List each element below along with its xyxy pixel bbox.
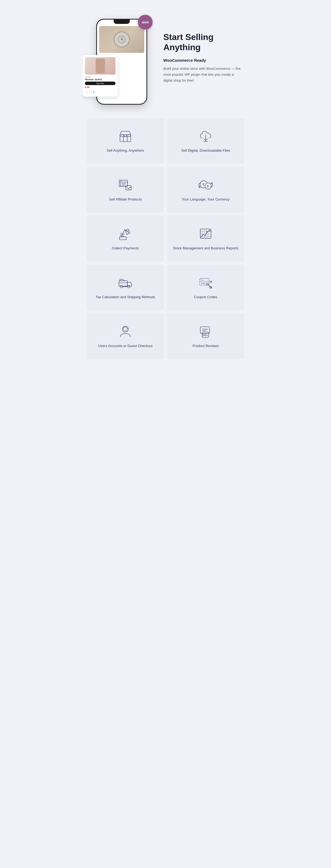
- svg-rect-15: [126, 185, 131, 190]
- svg-point-33: [120, 285, 123, 288]
- svg-point-47: [123, 329, 124, 330]
- product-price: 8.00: [85, 86, 115, 89]
- svg-point-11: [120, 183, 121, 184]
- svg-point-31: [209, 230, 210, 231]
- hero-subtitle: WooCommerce Ready: [163, 58, 243, 63]
- feature-card-coupon-codes: % SALE Coupon Codes: [167, 265, 244, 310]
- cart-icon[interactable]: ⊕: [91, 90, 96, 94]
- phone-product-image: [99, 26, 144, 53]
- phone-notch: [114, 20, 130, 24]
- feature-card-collect-payments: Collect Payments: [87, 216, 164, 261]
- hero-description: Build your online store with WooCommerce…: [163, 66, 243, 84]
- svg-point-34: [128, 285, 130, 288]
- svg-rect-52: [202, 332, 209, 337]
- product-name: Woman Jacket: [85, 78, 115, 81]
- feature-card-language-currency: € $ Your Language, Your Currency: [167, 167, 244, 213]
- feature-label-sell-anything: Sell Anything, Anywhere: [107, 148, 144, 153]
- hero-text: Start Selling Anything WooCommerce Ready…: [163, 32, 243, 84]
- feature-label-sell-digital: Sell Digital, Downloadable Files: [181, 148, 230, 153]
- feature-card-tax-shipping: Tax Calculation and Shipping Methods: [87, 265, 164, 310]
- product-card-image: [85, 57, 115, 74]
- person-silhouette: [95, 59, 105, 73]
- reviews-icon: [198, 324, 214, 339]
- feature-card-sell-anything: Sell Anything, Anywhere: [87, 118, 164, 164]
- shipping-icon: [117, 275, 134, 290]
- feature-card-user-accounts: Users Accounts or Guest Checkout: [87, 313, 164, 359]
- svg-point-56: [203, 335, 204, 336]
- svg-point-48: [127, 329, 128, 330]
- feature-label-language-currency: Your Language, Your Currency: [182, 197, 229, 202]
- features-grid: Sell Anything, Anywhere Sell Digital, Do…: [83, 113, 248, 365]
- coupon-icon: % SALE: [198, 275, 214, 290]
- woo-badge-text: woo: [142, 20, 149, 24]
- store-icon: [117, 129, 134, 143]
- hero-section: woo: [83, 0, 248, 113]
- svg-text:%: %: [201, 279, 203, 281]
- feature-label-coupon-codes: Coupon Codes: [194, 295, 217, 300]
- hero-phone-container: woo: [88, 11, 158, 105]
- hero-title: Start Selling Anything: [163, 32, 243, 53]
- svg-text:$: $: [207, 184, 209, 188]
- feature-card-stock-management: Stock Management and Business Reports: [167, 216, 244, 261]
- svg-rect-32: [119, 281, 127, 286]
- svg-point-30: [206, 231, 208, 233]
- affiliate-icon: [117, 178, 134, 192]
- user-icon: [117, 324, 134, 339]
- feature-card-sell-digital: Sell Digital, Downloadable Files: [167, 118, 244, 164]
- wishlist-icon[interactable]: ♡: [85, 90, 90, 94]
- woo-badge: woo: [138, 15, 153, 30]
- product-card-overlay: Jackets Woman Jacket Buy Now 8.00 ♡ ⊕: [83, 55, 118, 97]
- feature-card-product-reviews: Product Reviews: [167, 313, 244, 359]
- svg-point-44: [206, 283, 208, 285]
- svg-point-55: [203, 334, 204, 335]
- feature-label-user-accounts: Users Accounts or Guest Checkout: [98, 344, 152, 348]
- svg-point-3: [121, 39, 122, 40]
- svg-text:€: €: [202, 182, 204, 186]
- payments-icon: [117, 226, 134, 241]
- feature-card-sell-affiliate: Sell Affiliate Products: [87, 167, 164, 213]
- chart-icon: [198, 226, 214, 241]
- feature-label-product-reviews: Product Reviews: [193, 344, 219, 348]
- svg-rect-21: [119, 237, 126, 240]
- feature-label-collect-payments: Collect Payments: [112, 246, 139, 251]
- product-label: Jackets: [85, 76, 115, 78]
- cloud-download-icon: [198, 129, 214, 143]
- svg-text:SALE: SALE: [201, 282, 205, 284]
- buy-now-button[interactable]: Buy Now: [85, 82, 115, 85]
- svg-point-12: [120, 185, 121, 186]
- svg-rect-4: [120, 135, 131, 142]
- feature-label-sell-affiliate: Sell Affiliate Products: [109, 197, 142, 202]
- feature-label-stock-management: Stock Management and Business Reports: [173, 246, 238, 251]
- feature-label-tax-shipping: Tax Calculation and Shipping Methods: [95, 295, 155, 300]
- clock-image: [114, 31, 130, 48]
- currency-icon: € $: [198, 178, 214, 192]
- action-icons: ♡ ⊕: [85, 90, 115, 94]
